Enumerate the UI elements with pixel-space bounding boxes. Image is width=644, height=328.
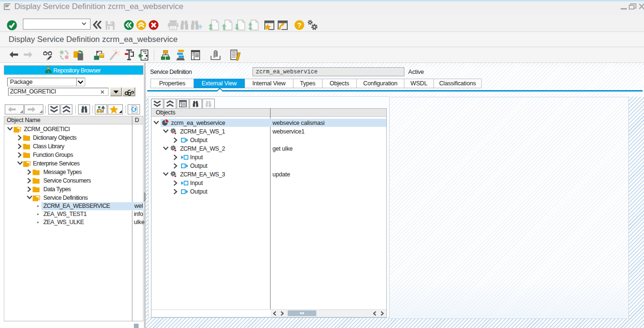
svg-text:?: ? <box>297 21 302 29</box>
